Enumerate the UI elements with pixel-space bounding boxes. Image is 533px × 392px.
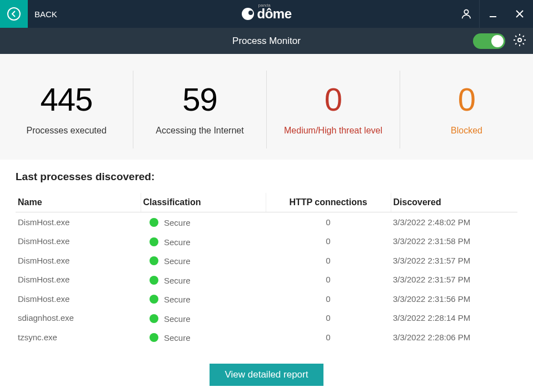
secure-status-icon [150, 333, 158, 342]
process-http-connections: 0 [266, 270, 391, 290]
minimize-icon [489, 10, 497, 18]
section-title: Last processes discovered: [16, 171, 517, 183]
classification-text: Secure [164, 314, 191, 323]
process-table: Name Classification HTTP connections Dis… [16, 193, 517, 347]
monitor-toggle[interactable] [473, 33, 505, 49]
logo-brand: panda [258, 3, 270, 8]
process-classification: Secure [141, 309, 266, 328]
stat-number: 0 [325, 83, 342, 116]
process-name: DismHost.exe [16, 289, 141, 309]
stat-number: 445 [41, 83, 93, 116]
back-label[interactable]: BACK [34, 9, 57, 19]
process-name: DismHost.exe [16, 232, 141, 251]
gear-icon [513, 33, 526, 47]
stat-label: Blocked [451, 126, 482, 136]
page-title: Process Monitor [232, 36, 301, 47]
secure-status-icon [150, 295, 158, 304]
minimize-button[interactable] [480, 0, 506, 28]
classification-text: Secure [164, 275, 191, 285]
process-http-connections: 0 [266, 232, 391, 251]
close-icon [516, 10, 524, 18]
stat-label: Processes executed [26, 126, 106, 136]
stats-panel: 445Processes executed59Accessing the Int… [0, 54, 533, 160]
process-discovered: 3/3/2022 2:28:14 PM [391, 309, 517, 328]
process-name: DismHost.exe [16, 212, 141, 232]
content-area: Last processes discovered: Name Classifi… [0, 160, 533, 391]
svg-point-1 [464, 10, 468, 14]
stat-card: 0Blocked [400, 71, 533, 148]
stat-number: 0 [458, 83, 475, 116]
process-classification: Secure [141, 289, 266, 309]
process-classification: Secure [141, 232, 266, 251]
table-row[interactable]: DismHost.exeSecure03/3/2022 2:31:56 PM [16, 289, 517, 309]
back-arrow-icon [7, 7, 21, 21]
process-discovered: 3/3/2022 2:48:02 PM [391, 212, 517, 232]
stat-card: 0Medium/High threat level [267, 71, 400, 148]
table-row[interactable]: DismHost.exeSecure03/3/2022 2:31:57 PM [16, 270, 517, 290]
process-discovered: 3/3/2022 2:31:57 PM [391, 251, 517, 270]
close-button[interactable] [506, 0, 533, 28]
process-http-connections: 0 [266, 212, 391, 232]
secure-status-icon [150, 314, 158, 323]
column-header-http[interactable]: HTTP connections [266, 193, 391, 212]
logo-text: dôme [257, 6, 291, 22]
back-button[interactable] [0, 0, 28, 28]
classification-text: Secure [164, 218, 191, 227]
logo-icon [241, 8, 253, 20]
process-classification: Secure [141, 270, 266, 290]
table-row[interactable]: DismHost.exeSecure03/3/2022 2:31:58 PM [16, 232, 517, 251]
table-row[interactable]: tzsync.exeSecure03/3/2022 2:28:06 PM [16, 328, 517, 347]
process-http-connections: 0 [266, 328, 391, 347]
stat-label: Accessing the Internet [156, 126, 243, 136]
secure-status-icon [150, 237, 158, 246]
window-controls [453, 0, 533, 28]
svg-point-0 [8, 8, 20, 20]
classification-text: Secure [164, 256, 191, 266]
process-http-connections: 0 [266, 251, 391, 270]
user-icon [460, 8, 472, 20]
settings-button[interactable] [513, 33, 526, 49]
column-header-name[interactable]: Name [16, 193, 141, 212]
stat-card: 445Processes executed [0, 71, 133, 148]
classification-text: Secure [164, 295, 191, 304]
process-http-connections: 0 [266, 309, 391, 328]
stat-label: Medium/High threat level [284, 126, 382, 136]
classification-text: Secure [164, 333, 191, 343]
secure-status-icon [150, 256, 158, 265]
process-classification: Secure [141, 328, 266, 347]
column-header-discovered[interactable]: Discovered [391, 193, 517, 212]
logo: panda dôme [241, 6, 291, 22]
table-row[interactable]: DismHost.exeSecure03/3/2022 2:48:02 PM [16, 212, 517, 232]
process-name: DismHost.exe [16, 270, 141, 290]
table-row[interactable]: sdiagnhost.exeSecure03/3/2022 2:28:14 PM [16, 309, 517, 328]
stat-card: 59Accessing the Internet [133, 71, 267, 148]
classification-text: Secure [164, 237, 191, 246]
process-name: DismHost.exe [16, 251, 141, 270]
user-account-button[interactable] [453, 0, 480, 28]
process-name: tzsync.exe [16, 328, 141, 347]
svg-point-5 [518, 38, 521, 42]
process-discovered: 3/3/2022 2:31:58 PM [391, 232, 517, 251]
subheader: Process Monitor [0, 28, 533, 54]
column-header-classification[interactable]: Classification [141, 193, 266, 212]
process-classification: Secure [141, 251, 266, 270]
stat-number: 59 [182, 83, 217, 116]
process-discovered: 3/3/2022 2:31:57 PM [391, 270, 517, 290]
table-row[interactable]: DismHost.exeSecure03/3/2022 2:31:57 PM [16, 251, 517, 270]
process-classification: Secure [141, 212, 266, 232]
process-name: sdiagnhost.exe [16, 309, 141, 328]
view-detailed-report-button[interactable]: View detailed report [210, 364, 324, 386]
process-http-connections: 0 [266, 289, 391, 309]
titlebar: BACK panda dôme [0, 0, 533, 28]
process-discovered: 3/3/2022 2:31:56 PM [391, 289, 517, 309]
secure-status-icon [150, 218, 158, 227]
secure-status-icon [150, 276, 158, 285]
process-discovered: 3/3/2022 2:28:06 PM [391, 328, 517, 347]
